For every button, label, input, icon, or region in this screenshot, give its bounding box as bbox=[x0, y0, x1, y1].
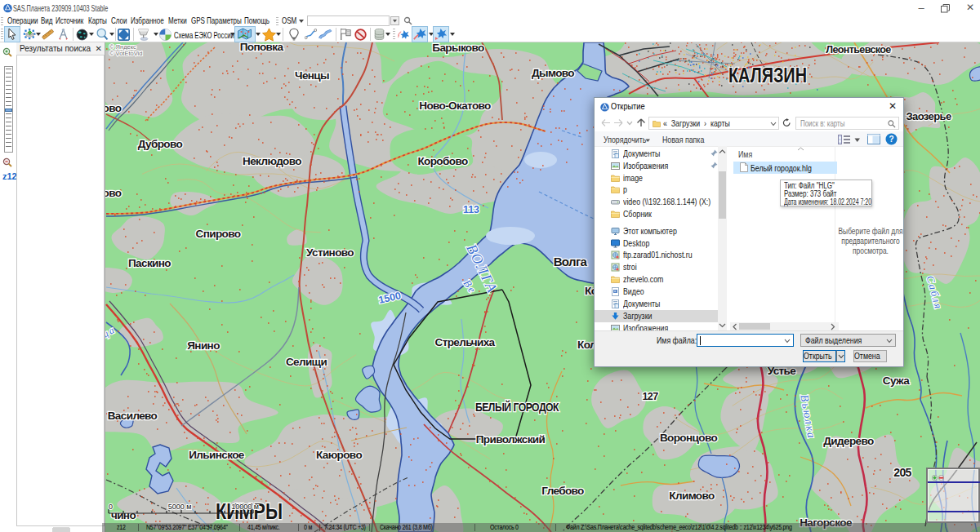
svg-text:ово: ово bbox=[105, 102, 122, 114]
svg-text:Барыково: Барыково bbox=[432, 42, 484, 54]
svg-text:Климово: Климово bbox=[669, 490, 715, 502]
svg-text:Каюрово: Каюрово bbox=[316, 449, 362, 461]
svg-text:205: 205 bbox=[893, 466, 911, 479]
svg-text:Неклюдово: Неклюдово bbox=[243, 155, 301, 167]
svg-text:Василево: Василево bbox=[108, 410, 158, 422]
svg-text:0: 0 bbox=[109, 503, 113, 511]
svg-text:Сужа: Сужа bbox=[883, 375, 910, 387]
svg-text:Дымово: Дымово bbox=[532, 67, 574, 79]
svg-text:© VotEtoVid: © VotEtoVid bbox=[109, 50, 142, 57]
svg-text:Спирово: Спирово bbox=[196, 228, 241, 240]
svg-text:10000 м: 10000 м bbox=[231, 503, 259, 511]
svg-text:Волга: Волга bbox=[554, 255, 588, 268]
svg-text:Заозерье: Заозерье bbox=[906, 110, 951, 122]
svg-text:113: 113 bbox=[463, 204, 479, 215]
svg-text:Дуброво: Дуброво bbox=[138, 138, 183, 150]
svg-text:Паскино: Паскино bbox=[128, 257, 171, 269]
svg-text:Коробово: Коробово bbox=[417, 155, 467, 167]
svg-text:Воронцово: Воронцово bbox=[660, 432, 718, 444]
svg-text:ово: ово bbox=[105, 187, 122, 199]
svg-text:Устиново: Устиново bbox=[306, 246, 354, 259]
svg-text:Глебово: Глебово bbox=[541, 485, 584, 497]
svg-text:5000 м: 5000 м bbox=[168, 503, 192, 511]
svg-text:Ильинское: Ильинское bbox=[189, 449, 245, 461]
svg-text:Стрельчиха: Стрельчиха bbox=[435, 336, 496, 348]
svg-text:Поповка: Поповка bbox=[240, 42, 284, 53]
svg-text:Селищи: Селищи bbox=[286, 356, 327, 368]
svg-text:Янино: Янино bbox=[187, 339, 220, 352]
svg-text:127: 127 bbox=[642, 391, 658, 402]
svg-text:Дидерево: Дидерево bbox=[823, 435, 874, 447]
svg-text:Ново-Окатово: Ново-Окатово bbox=[419, 100, 491, 112]
svg-text:Ченцы: Ченцы bbox=[295, 69, 329, 82]
svg-text:Леонтьевское: Леонтьевское bbox=[826, 44, 891, 55]
svg-text:Приволжский: Приволжский bbox=[476, 433, 546, 446]
svg-text:?: ? bbox=[889, 135, 893, 144]
svg-text:БЕЛЫЙ ГОРОДОК: БЕЛЫЙ ГОРОДОК bbox=[475, 400, 559, 414]
svg-text:КАЛЯЗИН: КАЛЯЗИН bbox=[728, 63, 807, 87]
